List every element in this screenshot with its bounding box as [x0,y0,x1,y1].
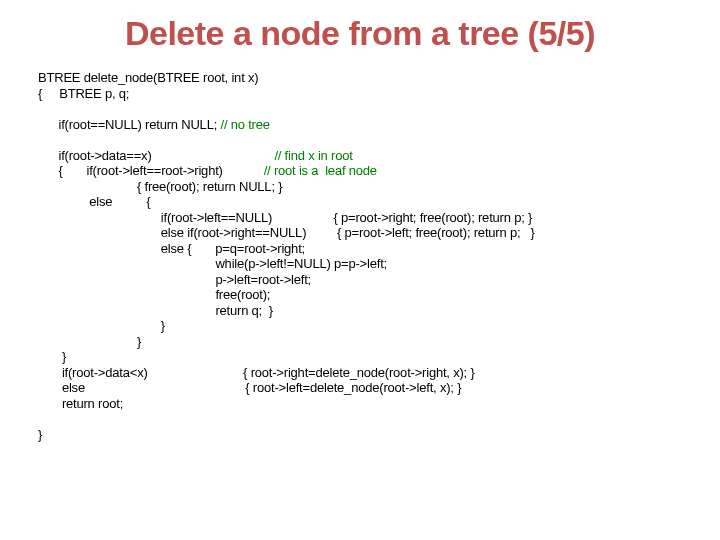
code-line: { BTREE p, q; [38,86,129,101]
code-line: } [38,349,66,364]
code-line: } [38,318,165,333]
slide-title: Delete a node from a tree (5/5) [0,14,720,53]
slide: Delete a node from a tree (5/5) BTREE de… [0,0,720,540]
code-block: BTREE delete_node(BTREE root, int x) { B… [38,70,698,442]
code-line: else { root->left=delete_node(root->left… [38,380,461,395]
code-line: if(root->data==x) [38,148,274,163]
code-line: if(root->data<x) { root->right=delete_no… [38,365,475,380]
code-line: while(p->left!=NULL) p=p->left; [38,256,387,271]
code-line: else { p=q=root->right; [38,241,305,256]
code-line: if(root->left==NULL) { p=root->right; fr… [38,210,532,225]
code-line: if(root==NULL) return NULL; [38,117,221,132]
code-line: return root; [38,396,123,411]
code-line: } [38,334,141,349]
code-line: else if(root->right==NULL) { p=root->lef… [38,225,535,240]
code-comment: // find x in root [274,148,352,163]
code-line: { free(root); return NULL; } [38,179,282,194]
code-line: free(root); [38,287,270,302]
code-line: } [38,427,42,442]
code-comment: // root is a leaf node [264,163,377,178]
code-comment: // no tree [221,117,270,132]
code-line: BTREE delete_node(BTREE root, int x) [38,70,258,85]
code-line: p->left=root->left; [38,272,311,287]
code-line: { if(root->left==root->right) [38,163,264,178]
code-line: return q; } [38,303,273,318]
code-line: else { [38,194,151,209]
